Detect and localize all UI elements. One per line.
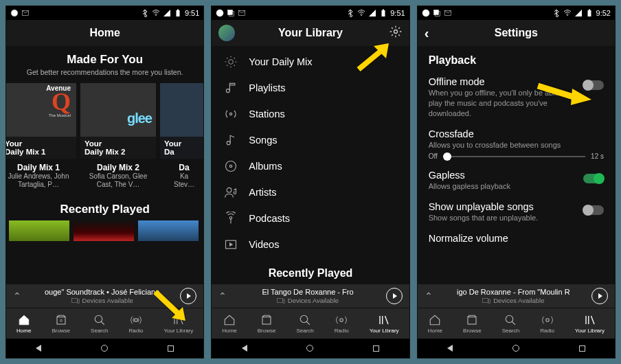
np-devices[interactable]: Devices Available bbox=[436, 297, 591, 304]
settings-button[interactable] bbox=[389, 25, 403, 41]
back-button[interactable]: ‹ bbox=[425, 25, 429, 41]
tab-library[interactable]: Your Library bbox=[370, 314, 399, 334]
svg-rect-13 bbox=[228, 10, 233, 15]
nav-recent[interactable] bbox=[168, 345, 174, 352]
tab-radio[interactable]: Radio bbox=[540, 314, 554, 334]
avatar[interactable] bbox=[218, 25, 235, 41]
lib-playlists[interactable]: Playlists bbox=[212, 75, 409, 101]
np-devices[interactable]: Devices Available bbox=[229, 297, 385, 304]
nav-recent[interactable] bbox=[579, 345, 585, 352]
home-content[interactable]: Made For You Get better recommendations … bbox=[6, 46, 203, 284]
status-time: 9:51 bbox=[390, 9, 405, 17]
videos-icon bbox=[224, 238, 238, 251]
tab-bar: Home Browse Search Radio Your Library bbox=[6, 308, 203, 339]
np-devices[interactable]: Devices Available bbox=[24, 297, 180, 304]
card-sub: Julie Andrews, John Tartaglia, P… bbox=[6, 172, 76, 189]
songs-icon bbox=[224, 133, 238, 147]
setting-unplayable[interactable]: Show unplayable songs Show songs that ar… bbox=[429, 201, 604, 223]
devices-icon bbox=[71, 297, 80, 304]
setting-gapless[interactable]: Gapless Allows gapless playback bbox=[429, 170, 604, 192]
wifi-icon bbox=[357, 9, 365, 17]
nav-recent[interactable] bbox=[373, 345, 379, 352]
status-time: 9:52 bbox=[596, 9, 611, 17]
library-content[interactable]: Your Daily Mix Playlists Stations Songs … bbox=[212, 46, 409, 284]
svg-point-44 bbox=[506, 315, 514, 323]
svg-point-25 bbox=[230, 165, 232, 167]
play-button[interactable] bbox=[591, 288, 608, 304]
svg-point-19 bbox=[394, 30, 397, 34]
svg-rect-40 bbox=[589, 10, 590, 11]
nav-back[interactable] bbox=[36, 345, 41, 352]
daily-mix-card[interactable]: glee YourDaily Mix 2 Daily Mix 2 Sofia C… bbox=[80, 83, 156, 189]
now-playing-bar[interactable]: ⌃ El Tango De Roxanne - Fro Devices Avai… bbox=[212, 284, 409, 308]
svg-point-38 bbox=[567, 15, 568, 16]
artists-icon bbox=[224, 185, 238, 199]
tab-browse[interactable]: Browse bbox=[258, 314, 276, 334]
chevron-up-icon[interactable]: ⌃ bbox=[218, 291, 229, 302]
recently-played-row[interactable] bbox=[6, 220, 203, 241]
crossfade-slider[interactable] bbox=[443, 156, 585, 157]
signal-icon bbox=[574, 9, 583, 17]
tab-search[interactable]: Search bbox=[296, 314, 313, 334]
lib-artists[interactable]: Artists bbox=[212, 179, 409, 205]
chevron-up-icon[interactable]: ⌃ bbox=[13, 291, 24, 302]
tab-bar: Home Browse Search Radio Your Library bbox=[418, 308, 615, 339]
tab-library[interactable]: Your Library bbox=[575, 314, 605, 334]
svg-rect-41 bbox=[483, 298, 488, 302]
unplayable-toggle[interactable] bbox=[583, 205, 604, 215]
android-nav bbox=[418, 339, 615, 358]
tab-search[interactable]: Search bbox=[502, 314, 519, 334]
tab-home[interactable]: Home bbox=[428, 314, 442, 334]
now-playing-bar[interactable]: ⌃ ouge" Soundtrack • José Feliciano Devi… bbox=[6, 284, 203, 308]
app-header: Home bbox=[6, 20, 203, 46]
setting-normalize[interactable]: Normalize volume bbox=[429, 233, 604, 244]
svg-rect-18 bbox=[383, 10, 384, 11]
offline-toggle[interactable] bbox=[583, 80, 604, 90]
svg-rect-43 bbox=[468, 317, 476, 324]
tab-home[interactable]: Home bbox=[16, 314, 31, 334]
chevron-up-icon[interactable]: ⌃ bbox=[425, 291, 436, 302]
daily-mix-row[interactable]: AvenueQThe Musical YourDaily Mix 1 Daily… bbox=[6, 83, 203, 189]
lib-daily-mix[interactable]: Your Daily Mix bbox=[212, 49, 409, 75]
svg-point-45 bbox=[545, 318, 549, 321]
tab-library[interactable]: Your Library bbox=[163, 314, 193, 334]
nav-back[interactable] bbox=[242, 345, 247, 352]
now-playing-bar[interactable]: ⌃ igo De Roxanne - From "Moulin R Device… bbox=[418, 284, 615, 308]
lib-videos[interactable]: Videos bbox=[212, 231, 409, 258]
play-button[interactable] bbox=[386, 288, 403, 304]
svg-rect-31 bbox=[262, 317, 271, 324]
lib-albums[interactable]: Albums bbox=[212, 153, 409, 179]
gapless-toggle[interactable] bbox=[583, 174, 604, 183]
svg-point-3 bbox=[155, 15, 157, 16]
nav-home[interactable] bbox=[512, 345, 519, 352]
svg-rect-5 bbox=[177, 10, 179, 11]
android-nav bbox=[212, 339, 409, 358]
svg-point-9 bbox=[60, 319, 62, 321]
android-nav bbox=[6, 339, 203, 358]
lib-songs[interactable]: Songs bbox=[212, 127, 409, 153]
svg-rect-35 bbox=[433, 10, 438, 15]
tab-browse[interactable]: Browse bbox=[463, 314, 482, 334]
svg-rect-8 bbox=[57, 317, 65, 324]
play-button[interactable] bbox=[180, 288, 196, 304]
nav-back[interactable] bbox=[447, 345, 453, 352]
tab-radio[interactable]: Radio bbox=[129, 314, 144, 334]
lib-stations[interactable]: Stations bbox=[212, 101, 409, 127]
tab-radio[interactable]: Radio bbox=[335, 314, 349, 334]
daily-mix-card[interactable]: AvenueQThe Musical YourDaily Mix 1 Daily… bbox=[6, 83, 76, 189]
settings-content[interactable]: Playback Offline mode When you go offlin… bbox=[418, 46, 615, 284]
setting-offline[interactable]: Offline mode When you go offline, you'll… bbox=[429, 76, 604, 119]
tab-search[interactable]: Search bbox=[91, 314, 108, 334]
battery-icon bbox=[174, 9, 182, 17]
tab-home[interactable]: Home bbox=[222, 314, 236, 334]
sun-icon bbox=[224, 55, 238, 69]
svg-point-20 bbox=[229, 60, 234, 65]
signal-icon bbox=[163, 9, 171, 17]
wifi-icon bbox=[152, 9, 160, 17]
nav-home[interactable] bbox=[306, 345, 313, 352]
svg-rect-29 bbox=[277, 298, 282, 302]
lib-podcasts[interactable]: Podcasts bbox=[212, 205, 409, 231]
nav-home[interactable] bbox=[101, 345, 108, 352]
tab-browse[interactable]: Browse bbox=[52, 314, 70, 334]
daily-mix-card[interactable]: YourDa Da KaStev… bbox=[160, 83, 203, 189]
